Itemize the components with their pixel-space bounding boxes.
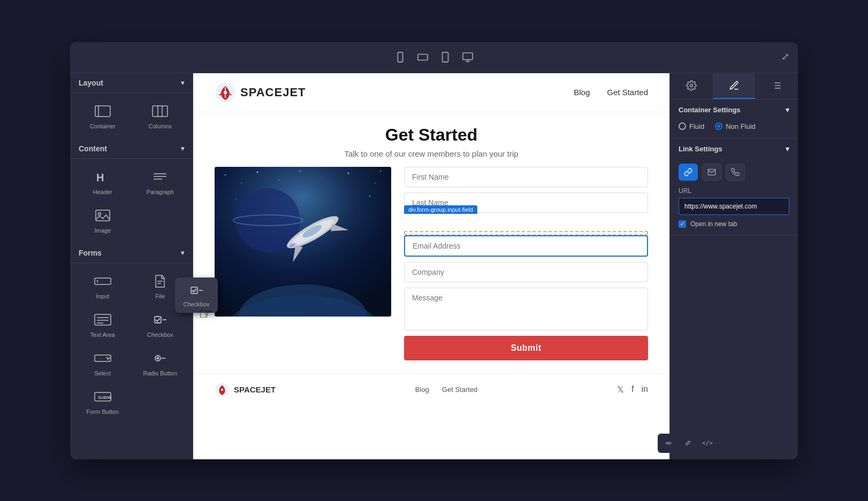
sidebar-item-input[interactable]: Input (74, 267, 131, 305)
layout-chevron-icon: ▾ (181, 79, 184, 87)
svg-rect-9 (95, 106, 110, 117)
svg-point-37 (224, 91, 227, 94)
svg-rect-6 (463, 53, 473, 60)
canvas-area: SPACEJET Blog Get Started Get Started Ta… (193, 73, 669, 459)
submit-button[interactable]: Submit (404, 336, 648, 360)
tablet-landscape-icon[interactable] (417, 51, 429, 63)
tab-settings[interactable] (670, 73, 713, 99)
forms-section: Forms ▾ Input (70, 243, 193, 425)
right-sidebar: Container Settings ▾ Fluid Non Fluid (669, 73, 798, 459)
mobile-icon[interactable] (394, 51, 406, 63)
svg-rect-4 (443, 52, 448, 62)
footer-logo-text: SPACEJET (234, 385, 276, 394)
tab-list[interactable] (755, 73, 798, 99)
nav-blog-link[interactable]: Blog (574, 88, 590, 97)
company-input[interactable] (404, 262, 648, 282)
twitter-icon[interactable]: 𝕏 (617, 384, 624, 395)
tab-style[interactable] (713, 73, 756, 99)
svg-rect-24 (95, 314, 111, 325)
sidebar-item-image[interactable]: Image (74, 202, 131, 239)
drag-preview-checkbox: Checkbox (175, 278, 218, 313)
edit-tool-button[interactable]: ✏ (660, 436, 669, 451)
svg-point-40 (225, 174, 226, 175)
svg-text:SUBMIT: SUBMIT (98, 395, 112, 400)
sidebar-item-select[interactable]: Select (74, 344, 131, 382)
sidebar-item-container[interactable]: Container (74, 97, 131, 135)
svg-point-45 (321, 177, 322, 178)
site-header: SPACEJET Blog Get Started (193, 73, 669, 112)
sidebar-item-paragraph[interactable]: Paragraph (132, 163, 189, 201)
tablet-portrait-icon[interactable] (439, 51, 451, 63)
element-selector-badge: div.form-group.input-field (404, 205, 477, 214)
formbutton-icon: SUBMIT (93, 388, 112, 405)
site-footer: SPACEJET Blog Get Started 𝕏 f in (193, 373, 669, 406)
forms-section-header[interactable]: Forms ▾ (70, 243, 193, 263)
sidebar-item-columns[interactable]: Columns (132, 97, 189, 135)
social-icons: 𝕏 f in (617, 384, 648, 395)
link-settings-header[interactable]: Link Settings ▾ (670, 138, 798, 159)
open-new-tab-label: Open in new tab (690, 220, 737, 228)
link-icon-row (679, 164, 789, 181)
non-fluid-radio[interactable] (715, 122, 722, 130)
svg-point-62 (690, 84, 692, 87)
sidebar-item-form-button[interactable]: SUBMIT Form Button (74, 383, 131, 420)
link-settings-section: Link Settings ▾ (670, 138, 798, 236)
sidebar-item-radio[interactable]: Radio Button (132, 344, 189, 382)
svg-point-50 (369, 196, 370, 197)
first-name-input[interactable] (404, 167, 648, 187)
expand-button[interactable]: ⤢ (781, 51, 789, 63)
svg-point-61 (221, 388, 223, 390)
bottom-toolbar: ✏ ✐ </> (658, 434, 669, 453)
footer-blog-link[interactable]: Blog (415, 386, 429, 394)
facebook-icon[interactable]: f (631, 384, 634, 395)
footer-get-started-link[interactable]: Get Started (442, 386, 477, 394)
image-icon (93, 207, 112, 224)
logo-rocket-icon (215, 82, 236, 103)
fluid-radio[interactable] (679, 122, 686, 130)
select-icon (93, 350, 112, 367)
logo-text: SPACEJET (240, 86, 306, 99)
form-image (215, 167, 391, 317)
layout-section-header[interactable]: Layout ▾ (70, 73, 193, 93)
svg-point-48 (380, 171, 381, 172)
url-input[interactable] (679, 198, 789, 215)
svg-point-46 (348, 172, 349, 173)
open-in-new-tab-row: ✓ Open in new tab (679, 220, 789, 228)
email-wrapper: div.form-group.input-field (404, 218, 648, 257)
hero-subtitle: Talk to one of our crew members to plan … (215, 149, 648, 158)
sidebar-item-textarea[interactable]: Text Area (74, 306, 131, 343)
file-icon (150, 273, 170, 290)
site-nav: Blog Get Started (574, 88, 648, 97)
open-new-tab-checkbox[interactable]: ✓ (679, 220, 686, 228)
form-section: div.form-group.input-field Submit (193, 167, 669, 373)
non-fluid-option[interactable]: Non Fluid (715, 122, 756, 130)
desktop-icon[interactable] (462, 51, 474, 63)
link-type-phone-button[interactable] (726, 164, 745, 181)
svg-point-47 (375, 182, 376, 183)
fluid-option[interactable]: Fluid (679, 122, 704, 130)
top-bar: ⤢ (70, 42, 798, 73)
content-section-header[interactable]: Content ▾ (70, 139, 193, 159)
main-layout: Layout ▾ Container (70, 73, 798, 459)
forms-chevron-icon: ▾ (181, 249, 184, 257)
nav-get-started-link[interactable]: Get Started (607, 88, 648, 97)
svg-point-19 (98, 212, 101, 215)
textarea-icon (93, 311, 112, 328)
linkedin-icon[interactable]: in (642, 384, 648, 395)
link-type-url-button[interactable] (679, 164, 698, 181)
radio-icon (150, 350, 170, 367)
checkbox-icon (150, 311, 170, 328)
message-textarea[interactable] (404, 288, 648, 330)
svg-rect-11 (153, 106, 167, 117)
container-icon (93, 103, 112, 120)
left-sidebar: Layout ▾ Container (70, 73, 193, 459)
link-settings-content: URL ✓ Open in new tab (670, 159, 798, 235)
hero-section: Get Started Talk to one of our crew memb… (193, 112, 669, 167)
email-input[interactable] (404, 235, 648, 257)
link-type-email-button[interactable] (702, 164, 721, 181)
sidebar-item-header[interactable]: H Header (74, 163, 131, 201)
container-settings-header[interactable]: Container Settings ▾ (670, 99, 798, 120)
paragraph-icon (150, 168, 170, 186)
content-section: Content ▾ H Header (70, 139, 193, 243)
svg-point-41 (241, 182, 242, 183)
